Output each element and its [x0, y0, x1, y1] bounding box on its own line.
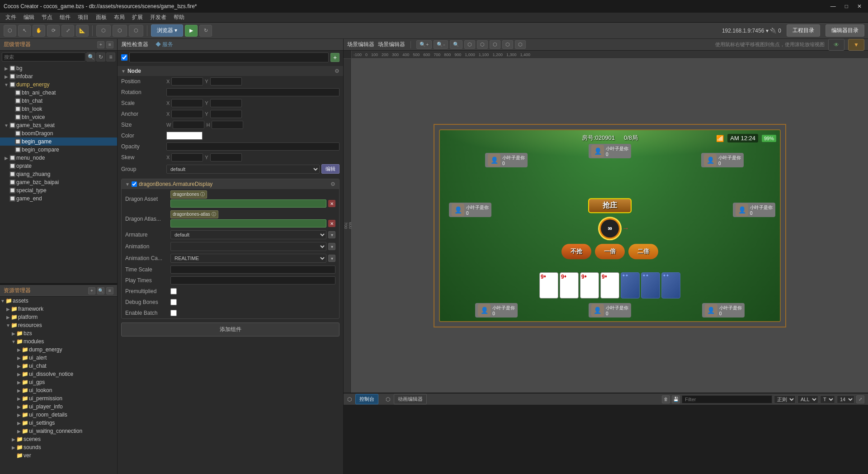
tree-arrow-dump[interactable]: ▼ — [4, 82, 9, 87]
scene-grid-btn5[interactable]: ⬡ — [515, 40, 526, 49]
tree-arrow-framework[interactable]: ▶ — [5, 307, 11, 312]
play-button[interactable]: ▶ — [185, 25, 198, 37]
animation-select[interactable] — [170, 242, 326, 251]
asset-item-assets[interactable]: ▼ 📁 assets — [0, 297, 117, 305]
console-filter-input[interactable] — [682, 395, 772, 403]
tree-arrow-ui-waiting[interactable]: ▶ — [16, 429, 22, 434]
menu-extend[interactable]: 扩展 — [128, 14, 146, 21]
add-component-btn[interactable]: 添加组件 — [121, 322, 340, 337]
hierarchy-item-begin-compare[interactable]: 🔲 begin_compare — [0, 146, 117, 154]
scale-x-input[interactable]: 1 — [171, 99, 203, 107]
tree-arrow-ui-permission[interactable]: ▶ — [16, 396, 22, 401]
asset-item-ui-alert[interactable]: ▶ 📁 ui_alert — [0, 354, 117, 362]
toolbar-rotate-btn[interactable]: ⟳ — [47, 25, 60, 37]
dragon-atlas-input[interactable]: blhstargamenew_tex — [170, 219, 326, 228]
console-tab[interactable]: 控制台 — [355, 394, 378, 404]
console-level-select[interactable]: ALL — [797, 395, 818, 403]
menu-edit[interactable]: 编辑 — [20, 14, 38, 21]
asset-item-ui-chat[interactable]: ▶ 📁 ui_chat — [0, 362, 117, 370]
menu-panel[interactable]: 面板 — [92, 14, 110, 21]
hierarchy-item-btn-look[interactable]: 🔲 btn_look — [0, 105, 117, 113]
asset-item-ui-player-info[interactable]: ▶ 📁 ui_player_info — [0, 403, 117, 411]
tree-arrow-scenes[interactable]: ▶ — [11, 437, 16, 442]
menu-developer[interactable]: 开发者 — [146, 14, 170, 21]
hierarchy-item-btn-ani[interactable]: 🔲 btn_ani_cheat — [0, 89, 117, 97]
asset-add-btn[interactable]: + — [88, 287, 95, 294]
tree-arrow-ui-dissolve[interactable]: ▶ — [16, 372, 22, 377]
toolbar-icon1[interactable]: ⬡ — [96, 25, 111, 37]
project-dir-button[interactable]: 工程目录 — [787, 24, 820, 37]
tree-arrow-sounds[interactable]: ▶ — [11, 445, 16, 450]
scene-zoom-out[interactable]: 🔍- — [434, 40, 448, 49]
close-button[interactable]: ✕ — [854, 2, 864, 10]
asset-item-ui-permission[interactable]: ▶ 📁 ui_permission — [0, 394, 117, 403]
skew-y-input[interactable]: 0 — [210, 153, 242, 161]
armature-chevron[interactable]: ▾ — [328, 231, 335, 238]
editor-dir-button[interactable]: 编辑器目录 — [826, 24, 864, 37]
hierarchy-refresh-icon[interactable]: ↻ — [96, 52, 105, 62]
scene-grid-btn3[interactable]: ⬡ — [490, 40, 500, 49]
hierarchy-item-btn-voice[interactable]: 🔲 btn_voice — [0, 113, 117, 121]
dragonbones-gear[interactable]: ⚙ — [330, 181, 335, 187]
hierarchy-menu-icon[interactable]: ≡ — [106, 52, 115, 62]
tree-arrow-menu-node[interactable]: ▶ — [4, 156, 9, 161]
hierarchy-item-infobar[interactable]: ▶ 🔲 infobar — [0, 72, 117, 81]
menu-node[interactable]: 节点 — [38, 14, 56, 21]
menu-project[interactable]: 项目 — [74, 14, 92, 21]
hierarchy-item-oprate[interactable]: 🔲 oprate — [0, 162, 117, 170]
hierarchy-add-btn[interactable]: + — [97, 41, 104, 48]
add-component-top-btn[interactable]: + — [330, 53, 340, 62]
premultiplied-checkbox[interactable] — [170, 288, 177, 294]
console-size-select[interactable]: 14 — [837, 395, 854, 403]
asset-item-resources[interactable]: ▼ 📁 resources — [0, 321, 117, 329]
toolbar-select-btn[interactable]: ↖ — [18, 25, 31, 37]
asset-item-modules[interactable]: ▼ 📁 modules — [0, 337, 117, 346]
hierarchy-item-dump-energy[interactable]: ▼ 🔲 dump_energy — [0, 81, 117, 89]
scene-grid-btn1[interactable]: ⬡ — [464, 40, 475, 49]
minimize-button[interactable]: — — [828, 2, 839, 10]
asset-item-framework[interactable]: ▶ 📁 framework — [0, 305, 117, 313]
hierarchy-item-special-type[interactable]: 🔲 special_type — [0, 186, 117, 194]
browse-button[interactable]: 浏览器 ▾ — [151, 24, 183, 37]
hierarchy-item-bg[interactable]: ▶ 🔲 bg — [0, 64, 117, 72]
asset-item-ui-room-details[interactable]: ▶ 📁 ui_room_details — [0, 411, 117, 419]
position-y-input[interactable]: 0 — [210, 77, 242, 85]
asset-item-dump-energy[interactable]: ▶ 📁 dump_energy — [0, 346, 117, 354]
asset-item-scenes[interactable]: ▶ 📁 scenes — [0, 435, 117, 443]
node-active-checkbox[interactable] — [121, 54, 127, 61]
skew-x-input[interactable]: 0 — [171, 153, 203, 161]
hierarchy-item-boom-dragon[interactable]: 🔲 boomDragon — [0, 129, 117, 137]
tree-arrow-ui-room[interactable]: ▶ — [16, 412, 22, 417]
time-scale-input[interactable]: 1 — [170, 265, 335, 274]
hierarchy-search-input[interactable] — [2, 52, 85, 62]
asset-options-btn[interactable]: ≡ — [106, 287, 113, 294]
enable-batch-checkbox[interactable] — [170, 310, 177, 316]
toolbar-hand-btn[interactable]: ✋ — [33, 25, 45, 37]
console-t-select[interactable]: T — [820, 395, 835, 403]
scene-grid-btn4[interactable]: ⬡ — [502, 40, 513, 49]
color-swatch[interactable] — [166, 132, 203, 140]
bet-two-btn[interactable]: 二倍 — [628, 244, 658, 259]
hierarchy-item-game-end[interactable]: 🔲 game_end — [0, 194, 117, 203]
play-times-input[interactable]: 1 — [170, 276, 335, 284]
tree-arrow-ui-player[interactable]: ▶ — [16, 404, 22, 409]
node-section-gear[interactable]: ⚙ — [335, 68, 340, 74]
dragonbones-enabled[interactable] — [132, 181, 137, 187]
asset-item-ver[interactable]: 📁 ver — [0, 451, 117, 460]
tree-arrow-resources[interactable]: ▼ — [5, 323, 11, 328]
tree-arrow-infobar[interactable]: ▶ — [4, 74, 9, 79]
menu-component[interactable]: 组件 — [56, 14, 74, 21]
scene-zoom-fit[interactable]: 🔍 — [450, 40, 462, 49]
animation-chevron[interactable]: ▾ — [328, 243, 335, 250]
tree-arrow-assets[interactable]: ▼ — [0, 299, 5, 303]
scale-y-input[interactable]: 1 — [210, 99, 242, 107]
scene-zoom-in[interactable]: 🔍+ — [416, 40, 432, 49]
asset-item-ui-lookon[interactable]: ▶ 📁 ui_lookon — [0, 386, 117, 394]
dragonbones-header[interactable]: ▼ dragonBones.ArmatureDisplay ⚙ — [122, 179, 339, 189]
animation-ca-chevron[interactable]: ▾ — [328, 255, 335, 262]
group-edit-btn[interactable]: 编辑 — [321, 164, 340, 174]
anchor-x-input[interactable]: 0.5 — [171, 110, 203, 118]
hierarchy-search-icon[interactable]: 🔍 — [86, 52, 95, 62]
tree-arrow-platform[interactable]: ▶ — [5, 315, 11, 320]
dragon-asset-clear-btn[interactable]: ✕ — [328, 200, 335, 207]
